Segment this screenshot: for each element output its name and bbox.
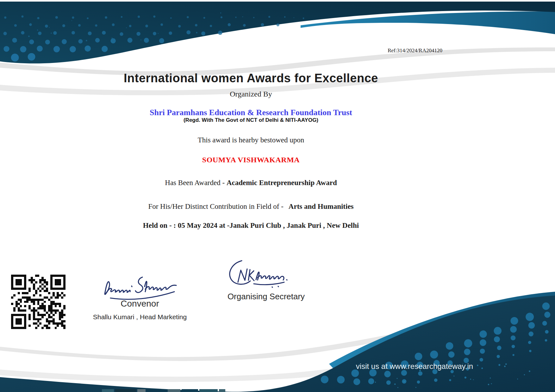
- bottom-edge-fragments: [102, 389, 225, 392]
- field-line-prefix: For His/Her Distinct Contribution in Fie…: [148, 202, 283, 210]
- visit-us-link[interactable]: visit us at www.researchgateway.in: [329, 362, 500, 371]
- reference-number: Ref:314/2024/RA204120: [388, 47, 442, 54]
- organized-by-label: Organized By: [0, 90, 502, 98]
- convenor-signature-image: [100, 268, 188, 302]
- award-line: Has Been Awarded - Academic Entrepreneur…: [0, 179, 502, 187]
- held-on-line: Held on - : 05 May 2024 at -Janak Puri C…: [0, 221, 502, 230]
- field-name: Arts and Humanities: [289, 202, 354, 210]
- field-line: For His/Her Distinct Contribution in Fie…: [0, 202, 502, 211]
- recipient-name: SOUMYA VISHWAKARMA: [0, 156, 502, 164]
- secretary-role-label: Organising Secretary: [219, 292, 314, 302]
- award-line-prefix: Has Been Awarded -: [165, 179, 227, 187]
- wave-decoration-background: [0, 0, 555, 392]
- certificate: Ref:314/2024/RA204120 International wome…: [0, 0, 555, 392]
- award-name: Academic Entrepreneurship Award: [227, 179, 337, 187]
- bestowed-line: This award is hearby bestowed upon: [0, 136, 502, 144]
- qr-code: [11, 275, 65, 329]
- convenor-name-line: Shallu Kumari , Head Marketing: [77, 313, 203, 321]
- registration-line: (Regd. With The Govt of NCT of Delhi & N…: [0, 117, 502, 123]
- secretary-signature-image: [224, 257, 300, 289]
- certificate-title: International women Awards for Excellenc…: [0, 72, 502, 85]
- convenor-role-label: Convenor: [92, 299, 187, 309]
- organization-name: Shri Paramhans Education & Research Foun…: [0, 108, 502, 117]
